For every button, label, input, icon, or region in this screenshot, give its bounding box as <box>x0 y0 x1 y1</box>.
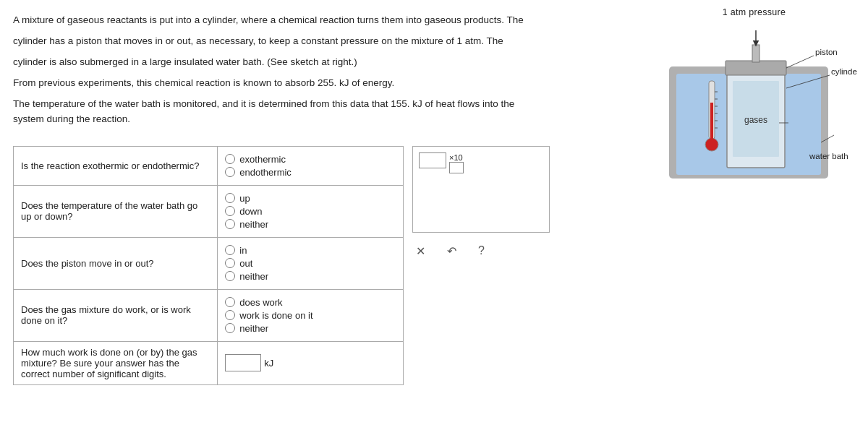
question-text-q3: Does the piston move in or out? <box>14 237 218 289</box>
thermometer-fill <box>710 103 713 145</box>
question-text-q2: Does the temperature of the water bath g… <box>14 185 218 237</box>
bottom-row: Is the reaction exothermic or endothermi… <box>13 133 629 385</box>
radio-endothermic-input[interactable] <box>225 167 235 177</box>
radio-does-work-input[interactable] <box>225 297 235 307</box>
problem-line5-6: The temperature of the water bath is mon… <box>13 97 629 127</box>
table-row: Does the gas mixture do work, or is work… <box>14 289 404 341</box>
x10-input-group: ×10 <box>419 152 543 173</box>
radio-down[interactable]: down <box>225 206 396 217</box>
piston-body <box>726 61 786 75</box>
radio-neither-q3-input[interactable] <box>225 271 235 281</box>
x10-group: ×10 <box>449 152 464 173</box>
label-neither-q3: neither <box>239 271 268 282</box>
question-text-q5: How much work is done on (or by) the gas… <box>14 341 218 384</box>
label-endothermic: endothermic <box>239 167 292 178</box>
problem-line1: A mixture of gaseous reactants is put in… <box>13 13 629 28</box>
diagram-svg: gases piston <box>647 23 857 189</box>
label-work-done-on-it: work is done on it <box>239 310 312 321</box>
answer-area: ×10 ✕ ↶ ? <box>412 146 550 259</box>
right-diagram: 1 atm pressure <box>644 0 868 430</box>
label-exothermic: exothermic <box>239 154 286 165</box>
label-neither-q4: neither <box>239 323 268 334</box>
help-button[interactable]: ? <box>475 243 488 259</box>
table-row: Does the piston move in or out? in out <box>14 237 404 289</box>
radio-work-done-on-it[interactable]: work is done on it <box>225 310 396 321</box>
radio-neither-q2[interactable]: neither <box>225 219 396 230</box>
answer-col-q2: up down neither <box>218 185 404 237</box>
label-in: in <box>239 245 247 256</box>
radio-down-input[interactable] <box>225 206 235 216</box>
piston-rod <box>752 45 760 62</box>
problem-line4: From previous experiments, this chemical… <box>13 76 629 91</box>
piston-label-text: piston <box>815 48 838 56</box>
label-neither-q2: neither <box>239 219 268 230</box>
mantissa-input[interactable] <box>419 152 446 168</box>
radio-exothermic[interactable]: exothermic <box>225 154 396 165</box>
radio-neither-q3[interactable]: neither <box>225 271 396 282</box>
gases-label: gases <box>744 115 767 125</box>
cylinder-label-text: cylinder <box>831 67 857 76</box>
radio-does-work[interactable]: does work <box>225 297 396 308</box>
diagram-container: gases piston <box>647 23 857 204</box>
main-layout: A mixture of gaseous reactants is put in… <box>0 0 868 430</box>
answer-col-q5: kJ <box>218 341 404 384</box>
radio-neither-q4[interactable]: neither <box>225 323 396 334</box>
radio-up-input[interactable] <box>225 193 235 203</box>
label-does-work: does work <box>239 297 282 308</box>
radio-up[interactable]: up <box>225 193 396 204</box>
undo-button[interactable]: ↶ <box>443 243 460 259</box>
answer-box-controls: ✕ ↶ ? <box>412 243 550 259</box>
table-row: Is the reaction exothermic or endothermi… <box>14 146 404 185</box>
answer-input-box: ×10 <box>412 146 550 233</box>
radio-out-input[interactable] <box>225 258 235 268</box>
radio-endothermic[interactable]: endothermic <box>225 167 396 178</box>
answer-col-q1: exothermic endothermic <box>218 146 404 185</box>
left-content: A mixture of gaseous reactants is put in… <box>0 0 644 430</box>
problem-line2: cylinder has a piston that moves in or o… <box>13 34 629 49</box>
label-down: down <box>239 206 262 217</box>
radio-exothermic-input[interactable] <box>225 154 235 164</box>
label-out: out <box>239 258 252 269</box>
radio-in[interactable]: in <box>225 245 396 256</box>
waterbath-label-text: water bath <box>809 152 848 160</box>
piston-label-line <box>786 56 814 68</box>
questions-table: Is the reaction exothermic or endothermi… <box>13 146 404 385</box>
kj-input-row: kJ <box>225 354 396 371</box>
radio-neither-q2-input[interactable] <box>225 219 235 229</box>
label-up: up <box>239 193 250 204</box>
radio-work-done-on-it-input[interactable] <box>225 310 235 320</box>
problem-line3: cylinder is also submerged in a large in… <box>13 55 629 70</box>
kj-unit-label: kJ <box>264 358 273 369</box>
exponent-input[interactable] <box>449 162 464 173</box>
table-row: Does the temperature of the water bath g… <box>14 185 404 237</box>
question-text-q4: Does the gas mixture do work, or is work… <box>14 289 218 341</box>
clear-button[interactable]: ✕ <box>412 243 429 259</box>
answer-col-q3: in out neither <box>218 237 404 289</box>
radio-neither-q4-input[interactable] <box>225 323 235 333</box>
radio-in-input[interactable] <box>225 245 235 255</box>
radio-out[interactable]: out <box>225 258 396 269</box>
answer-col-q4: does work work is done on it neither <box>218 289 404 341</box>
problem-text: A mixture of gaseous reactants is put in… <box>13 13 629 127</box>
diagram-title: 1 atm pressure <box>647 7 861 17</box>
work-value-input[interactable] <box>225 354 261 371</box>
table-row: How much work is done on (or by) the gas… <box>14 341 404 384</box>
question-text-q1: Is the reaction exothermic or endothermi… <box>14 146 218 185</box>
